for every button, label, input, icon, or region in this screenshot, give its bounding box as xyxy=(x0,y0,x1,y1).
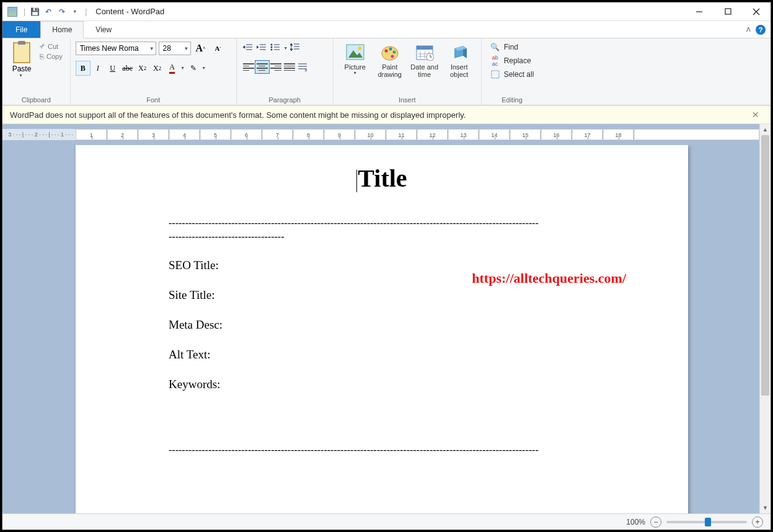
scroll-thumb[interactable] xyxy=(761,135,769,396)
shrink-font-button[interactable]: Aˇ xyxy=(211,41,226,56)
dismiss-warning-button[interactable]: ✕ xyxy=(748,110,763,120)
zoom-out-button[interactable]: − xyxy=(650,516,661,528)
font-color-dropdown[interactable]: ▼ xyxy=(180,61,186,76)
scissors-icon: ✂ xyxy=(38,42,48,51)
qat-customize-button[interactable]: ▼ xyxy=(69,5,82,19)
object-icon xyxy=(449,42,469,62)
group-label: Font xyxy=(76,95,231,104)
tab-file[interactable]: File xyxy=(2,21,40,38)
font-size-combo[interactable]: 28▼ xyxy=(159,42,191,55)
paint-drawing-button[interactable]: Paint drawing xyxy=(373,41,407,79)
undo-icon: ↶ xyxy=(45,7,51,16)
highlight-dropdown[interactable]: ▼ xyxy=(201,61,207,76)
svg-rect-1 xyxy=(725,9,731,14)
group-insert: Picture▼ Paint drawing Date and time Ins… xyxy=(333,38,482,105)
tab-view[interactable]: View xyxy=(84,21,123,38)
separator-line: ----------------------------------------… xyxy=(169,445,595,456)
select-all-icon xyxy=(490,69,500,79)
collapse-ribbon-button[interactable]: ᐱ xyxy=(746,26,751,33)
find-icon: 🔍 xyxy=(490,42,500,52)
grow-font-button[interactable]: A^ xyxy=(193,41,208,56)
svg-point-13 xyxy=(392,51,395,54)
chevron-down-icon: ▼ xyxy=(352,71,358,75)
svg-point-6 xyxy=(270,49,272,51)
group-label: Clipboard xyxy=(7,95,65,104)
font-color-button[interactable]: A xyxy=(165,61,180,76)
close-button[interactable] xyxy=(742,2,771,21)
align-left-button[interactable] xyxy=(242,61,255,73)
scroll-up-button[interactable]: ▲ xyxy=(760,124,771,135)
chevron-down-icon: ▼ xyxy=(184,46,189,51)
subscript-button[interactable]: X2 xyxy=(135,61,150,76)
increase-indent-button[interactable] xyxy=(255,41,269,53)
slider-thumb[interactable] xyxy=(705,518,711,526)
zoom-in-button[interactable]: + xyxy=(752,516,763,528)
line-spacing-button[interactable] xyxy=(289,41,303,53)
save-icon: 💾 xyxy=(30,7,40,16)
save-button[interactable]: 💾 xyxy=(28,5,42,19)
date-time-button[interactable]: Date and time xyxy=(408,41,441,79)
window-title: Content - WordPad xyxy=(95,7,164,16)
document-field: Keywords: xyxy=(169,378,595,391)
ribbon: Paste ▼ ✂Cut ⎘Copy Clipboard Times New R… xyxy=(2,38,771,105)
group-label: Paragraph xyxy=(242,95,328,104)
select-all-button[interactable]: Select all xyxy=(487,68,538,81)
copy-button[interactable]: ⎘Copy xyxy=(37,51,65,61)
replace-button[interactable]: abacReplace xyxy=(487,55,538,67)
italic-button[interactable]: I xyxy=(91,61,105,76)
document-field: Site Title: xyxy=(169,288,595,302)
redo-button[interactable]: ↷ xyxy=(55,5,69,19)
title-bar: | 💾 ↶ ↷ ▼ | Content - WordPad xyxy=(2,2,771,21)
group-editing: 🔍Find abacReplace Select all Editing xyxy=(482,38,543,105)
picture-icon xyxy=(345,42,365,62)
highlight-button[interactable]: ✎ xyxy=(186,61,201,76)
decrease-indent-button[interactable] xyxy=(242,41,255,53)
separator-line: ----------------------------------------… xyxy=(169,218,595,229)
strikethrough-button[interactable]: abc xyxy=(120,61,135,76)
document-field: Meta Desc: xyxy=(169,318,595,332)
document-area: 3 · · · | · · · 2 · · · | · · · 1 · · · … xyxy=(2,124,771,513)
clipboard-icon xyxy=(13,42,30,63)
find-button[interactable]: 🔍Find xyxy=(487,41,538,53)
compatibility-warning: WordPad does not support all of the feat… xyxy=(2,105,771,124)
watermark-url: https://alltechqueries.com/ xyxy=(472,270,626,286)
document-page[interactable]: Title ----------------------------------… xyxy=(76,145,688,513)
svg-point-5 xyxy=(270,47,272,48)
bullet-list-button[interactable] xyxy=(269,41,283,53)
paragraph-dialog-button[interactable] xyxy=(296,61,310,73)
tab-home[interactable]: Home xyxy=(40,21,84,38)
bold-button[interactable]: B xyxy=(76,61,91,76)
svg-rect-28 xyxy=(492,71,499,78)
superscript-button[interactable]: X2 xyxy=(150,61,165,76)
minimize-button[interactable] xyxy=(685,2,713,21)
group-paragraph: ▼ Paragraph xyxy=(237,38,333,105)
vertical-scrollbar[interactable]: ▲ ▼ xyxy=(759,124,771,513)
svg-point-4 xyxy=(270,44,272,46)
insert-object-button[interactable]: Insert object xyxy=(443,41,476,79)
chevron-down-icon: ▼ xyxy=(73,9,79,14)
insert-picture-button[interactable]: Picture▼ xyxy=(338,41,372,76)
horizontal-ruler[interactable]: 3 · · · | · · · 2 · · · | · · · 1 · · · … xyxy=(2,129,759,140)
scroll-down-button[interactable]: ▼ xyxy=(760,502,771,513)
group-clipboard: Paste ▼ ✂Cut ⎘Copy Clipboard xyxy=(2,38,71,105)
palette-icon xyxy=(380,42,400,62)
maximize-button[interactable] xyxy=(713,2,742,21)
svg-point-14 xyxy=(391,55,394,58)
list-dropdown[interactable]: ▼ xyxy=(283,41,289,56)
font-family-combo[interactable]: Times New Roma▼ xyxy=(76,42,156,55)
align-justify-button[interactable] xyxy=(283,61,296,73)
cut-button[interactable]: ✂Cut xyxy=(37,41,65,51)
svg-rect-16 xyxy=(417,46,433,50)
undo-button[interactable]: ↶ xyxy=(42,5,55,19)
copy-icon: ⎘ xyxy=(40,53,44,60)
zoom-slider[interactable] xyxy=(666,521,747,523)
group-label: Insert xyxy=(338,95,476,104)
replace-icon: abac xyxy=(490,56,500,66)
paste-button[interactable]: Paste ▼ xyxy=(7,41,36,79)
align-center-button[interactable] xyxy=(255,61,269,73)
svg-point-9 xyxy=(358,47,361,50)
help-button[interactable]: ? xyxy=(756,25,766,35)
underline-button[interactable]: U xyxy=(105,61,120,76)
ribbon-tabs: File Home View ᐱ ? xyxy=(2,21,771,38)
align-right-button[interactable] xyxy=(269,61,283,73)
